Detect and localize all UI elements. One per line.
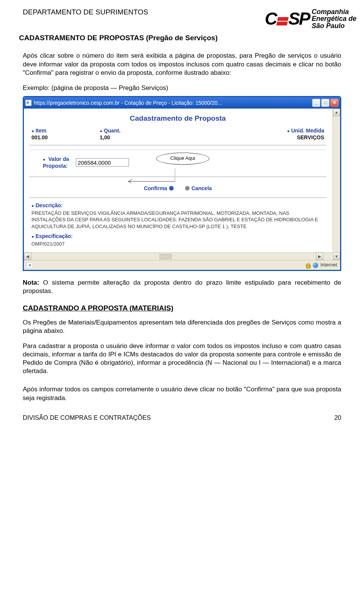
- descricao-label: Descrição:: [31, 202, 324, 209]
- valor-proposta-input[interactable]: [76, 158, 129, 167]
- especificacao-label: Especificação:: [31, 233, 324, 239]
- maximize-button[interactable]: □: [321, 99, 329, 107]
- example-caption: Exemplo: (página de proposta — Pregão Se…: [23, 84, 341, 92]
- logo-text: Companhia Energética de São Paulo: [312, 8, 356, 30]
- logo-mark: CSP: [265, 8, 309, 30]
- doc-title: CADASTRAMENTO DE PROPOSTAS (Pregão de Se…: [19, 33, 341, 43]
- especificacao-text: OMP/021/2007: [31, 241, 324, 247]
- quant-label: Quant.: [100, 127, 229, 134]
- paragraph-materiais-1: Os Pregões de Materiais/Equipamentos apr…: [23, 318, 341, 335]
- confirma-label: Confirma: [144, 185, 167, 192]
- paragraph-materiais-3: Após informar todos os campos corretamen…: [23, 385, 341, 402]
- lock-icon: [305, 263, 311, 268]
- page-footer: DIVISÃO DE COMPRAS E CONTRATAÇÕES 20: [23, 414, 341, 422]
- callout-arrow-icon: [126, 168, 175, 183]
- item-value: 001.00: [31, 134, 100, 141]
- cancela-button[interactable]: Cancela: [185, 185, 212, 192]
- confirm-icon: [169, 186, 174, 191]
- status-zone: Internet: [320, 262, 337, 268]
- logo-line-3: São Paulo: [312, 22, 356, 30]
- logo-line-2: Energética de: [312, 15, 356, 22]
- close-button[interactable]: ✕: [330, 99, 339, 107]
- page-icon: [25, 100, 31, 106]
- minimize-button[interactable]: _: [312, 99, 320, 107]
- window-title: https://pregaoeletronico.cesp.com.br - C…: [34, 99, 222, 106]
- unid-label: Unid. Medida: [229, 127, 324, 134]
- page-header: DEPARTAMENTO DE SUPRIMENTOS CSP Companhi…: [23, 8, 341, 30]
- scroll-up-icon[interactable]: ▲: [333, 109, 340, 116]
- ie-icon: e: [27, 262, 33, 268]
- scroll-left-icon[interactable]: ◀: [24, 253, 31, 260]
- valor-label-1: Valor da: [49, 156, 69, 162]
- unid-value: SERVIÇOS: [229, 134, 324, 141]
- paragraph-materiais-2: Para cadastrar a proposta o usuário deve…: [23, 342, 341, 375]
- vertical-scrollbar[interactable]: ▲ ▼: [333, 109, 340, 260]
- department-label: DEPARTAMENTO DE SUPRIMENTOS: [23, 8, 148, 17]
- nota-text: Nota: O sistema permite alteração da pro…: [23, 279, 341, 295]
- clique-aqui-callout: Clique Aqui: [156, 153, 209, 165]
- scroll-down-icon[interactable]: ▼: [333, 252, 340, 260]
- scroll-right-icon[interactable]: ▶: [316, 253, 323, 260]
- footer-left: DIVISÃO DE COMPRAS E CONTRATAÇÕES: [23, 414, 151, 422]
- quant-value: 1,00: [100, 134, 229, 141]
- item-label: Item: [31, 127, 100, 134]
- descricao-text: PRESTAÇÃO DE SERVIÇOS VIGILÂNCIA ARMADA/…: [31, 210, 324, 230]
- page-number: 20: [334, 414, 341, 422]
- logo-line-1: Companhia: [312, 8, 356, 16]
- status-bar: e Internet: [24, 260, 340, 270]
- section-title-materiais: CADASTRANDO A PROPOSTA (MATERIAIS): [23, 304, 341, 313]
- horizontal-scrollbar[interactable]: ◀ ▶: [24, 252, 332, 260]
- valor-label: Valor da Proposta:: [43, 156, 69, 169]
- cancel-icon: [185, 186, 190, 191]
- company-logo: CSP Companhia Energética de São Paulo: [265, 8, 356, 30]
- valor-label-2: Proposta:: [43, 162, 69, 169]
- panel-title: Cadastramento de Proposta: [29, 114, 326, 123]
- browser-window: https://pregaoeletronico.cesp.com.br - C…: [23, 96, 341, 271]
- globe-icon: [313, 263, 318, 268]
- paragraph-intro: Após clicar sobre o número do item será …: [23, 52, 341, 77]
- cancela-label: Cancela: [191, 185, 212, 192]
- confirma-button[interactable]: Confirma: [144, 185, 173, 192]
- window-titlebar[interactable]: https://pregaoeletronico.cesp.com.br - C…: [24, 97, 340, 109]
